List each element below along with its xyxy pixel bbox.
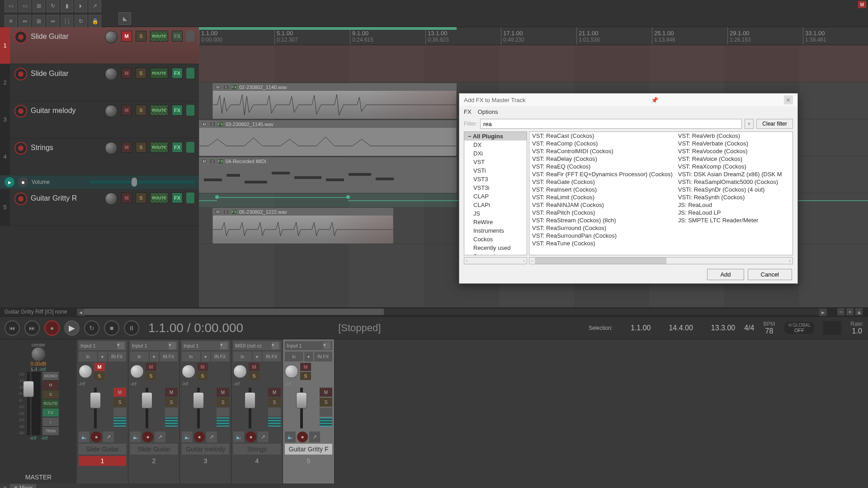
- master-s-button[interactable]: S: [42, 390, 59, 399]
- selection-length[interactable]: 13.3.00: [711, 324, 735, 332]
- in-fx-button[interactable]: IN FX: [314, 352, 333, 361]
- play-button[interactable]: ▶: [64, 320, 80, 336]
- plugin-list-item[interactable]: VST: ReaNINJAM (Cockos): [529, 201, 675, 209]
- strip-solo-button[interactable]: S: [249, 372, 259, 380]
- tree-item[interactable]: DXi: [464, 149, 527, 158]
- plugin-list-item[interactable]: VST: ReaFir (FFT EQ+Dynamics Processor) …: [529, 170, 675, 178]
- fx-bypass-button[interactable]: [186, 105, 194, 116]
- dialog-tree-scrollbar[interactable]: ‹› ‹›: [464, 257, 793, 264]
- strip-fader[interactable]: [182, 388, 215, 428]
- mixer-tab[interactable]: ✕ Mixer: [10, 484, 36, 488]
- toolbar-btn-2[interactable]: ▭: [19, 0, 31, 12]
- in-fx-button[interactable]: IN FX: [160, 352, 178, 361]
- strip-pan-knob[interactable]: [285, 365, 298, 378]
- strip-name[interactable]: Guitar melody: [182, 444, 229, 455]
- master-strip[interactable]: center 0.00dB L-I -inf -12--12--18--0--6…: [0, 339, 77, 483]
- solo-button[interactable]: S: [136, 68, 146, 79]
- route-button[interactable]: ROUTE: [150, 68, 168, 79]
- plugin-list-item[interactable]: VST: ReaStream (Cockos) (8ch): [529, 216, 675, 224]
- tree-item[interactable]: Recently used: [464, 244, 527, 252]
- pan-knob[interactable]: [105, 192, 118, 205]
- mixer-strip[interactable]: MIDI (not cc▾ in ▾ IN FX M S -inf M S: [231, 339, 283, 483]
- dialog-title-bar[interactable]: Add FX to Master Track 📌 ✕: [459, 94, 797, 106]
- in-dropdown-icon[interactable]: ▾: [150, 352, 159, 361]
- clip-mute-icon[interactable]: M: [201, 122, 208, 127]
- strip-solo-button[interactable]: S: [197, 372, 208, 380]
- strip-rec-button[interactable]: ●: [142, 432, 153, 442]
- audio-clip[interactable]: M i FX 05-230802_1222.wav: [212, 208, 393, 243]
- chevron-down-icon[interactable]: ▾: [220, 342, 227, 349]
- record-arm-button[interactable]: [14, 192, 27, 205]
- track-name[interactable]: Strings: [31, 142, 101, 152]
- mute-button[interactable]: M: [121, 192, 132, 203]
- plugin-list-item[interactable]: VST: ReaVoice (Cockos): [675, 155, 793, 163]
- fx-button[interactable]: FX: [172, 142, 183, 153]
- strip-mute-button[interactable]: M: [146, 363, 156, 371]
- tree-item[interactable]: CLAPi: [464, 201, 527, 209]
- toolbar-btn-5[interactable]: ▮: [61, 0, 73, 12]
- fx-bypass-button[interactable]: [186, 142, 194, 153]
- plugin-list-item[interactable]: VST: ReaDelay (Cockos): [529, 155, 675, 163]
- in-dropdown-icon[interactable]: ▾: [304, 352, 313, 361]
- tree-item[interactable]: − All Plugins: [464, 132, 527, 141]
- strip-pan-knob[interactable]: [233, 365, 247, 378]
- strip-speaker-icon[interactable]: 🔈: [130, 432, 141, 442]
- mixer-strip[interactable]: Input 1▾ in ▾ IN FX M S -inf M S: [128, 339, 180, 483]
- midi-clip[interactable]: M i FX 04-Recorded MIDI: [199, 157, 457, 192]
- dialog-pin-icon[interactable]: 📌: [650, 95, 659, 104]
- strip-rec-button[interactable]: ●: [297, 432, 308, 442]
- toolbar-btn-3[interactable]: ⊞: [33, 0, 45, 12]
- route-button[interactable]: ROUTE: [150, 31, 168, 42]
- plugin-list-item[interactable]: VST: ReaLimit (Cockos): [529, 193, 675, 201]
- plugin-list-item[interactable]: VSTi: ReaSynth (Cockos): [675, 193, 793, 201]
- input-select[interactable]: Input 1▾: [130, 341, 178, 350]
- tree-item[interactable]: − Categories: [464, 252, 527, 255]
- strip-solo2-button[interactable]: S: [217, 398, 229, 407]
- in-fx-button[interactable]: IN FX: [108, 352, 127, 361]
- clip-info-icon[interactable]: i: [223, 84, 229, 90]
- fx-button[interactable]: FX: [172, 105, 183, 116]
- mute-button[interactable]: M: [121, 68, 132, 79]
- horizontal-scrollbar[interactable]: ◂ ▸: [76, 309, 828, 315]
- fx-button[interactable]: FX: [172, 31, 183, 42]
- strip-name[interactable]: Strings: [233, 444, 281, 455]
- strip-mute2-button[interactable]: M: [217, 388, 229, 397]
- clip-mute-icon[interactable]: M: [215, 209, 221, 215]
- master-route-button[interactable]: ROUTE: [42, 399, 59, 408]
- menu-options[interactable]: Options: [478, 108, 498, 115]
- in-fx-button[interactable]: IN FX: [263, 352, 281, 361]
- clip-fx-icon[interactable]: FX: [231, 209, 237, 215]
- track-row-4[interactable]: 4 Strings M S ROUTE FX: [0, 138, 199, 175]
- mute-button[interactable]: M: [121, 31, 132, 42]
- strip-fader[interactable]: [285, 388, 318, 428]
- toolbar-btn-6[interactable]: ⏵: [75, 0, 87, 12]
- zoom-out-icon[interactable]: −: [837, 308, 844, 315]
- strip-mute2-button[interactable]: M: [268, 388, 281, 397]
- track-row-2[interactable]: 2 Slide Guitar M S ROUTE FX: [0, 64, 199, 101]
- plugin-list-item[interactable]: VST: ReaSurroundPan (Cockos): [529, 232, 675, 239]
- close-tab-icon[interactable]: ✕: [3, 485, 7, 488]
- clip-fx-icon[interactable]: FX: [231, 84, 237, 90]
- plugin-list-item[interactable]: JS: SMPTE LTC Reader/Meter: [675, 216, 793, 224]
- plugin-list-item[interactable]: VST: ReaTune (Cockos): [529, 239, 675, 247]
- plugin-list-item[interactable]: VST: ReaXcomp (Cockos): [675, 163, 793, 170]
- chevron-down-icon[interactable]: ▾: [323, 342, 330, 349]
- plugin-list-item[interactable]: JS: ReaLoud LP: [675, 209, 793, 216]
- strip-env-icon[interactable]: ↗: [103, 432, 114, 442]
- strip-name[interactable]: Slide Guitar: [130, 444, 178, 455]
- pause-button[interactable]: ⏸: [124, 320, 139, 336]
- strip-mute2-button[interactable]: M: [113, 388, 126, 397]
- track-name[interactable]: Guitar melody: [31, 105, 101, 115]
- plugin-category-tree[interactable]: − All PluginsDXDXiVSTVSTiVST3VST3iCLAPCL…: [464, 131, 527, 255]
- grid-btn-2[interactable]: ⇔: [19, 15, 31, 28]
- strip-fader[interactable]: [79, 388, 112, 428]
- plugin-list-item[interactable]: VST: ReaInsert (Cockos): [529, 186, 675, 193]
- tree-item[interactable]: VST3: [464, 175, 527, 183]
- pan-knob[interactable]: [105, 31, 118, 43]
- clear-filter-button[interactable]: Clear filter: [756, 119, 793, 129]
- plugin-list-item[interactable]: VST: ReaSurround (Cockos): [529, 224, 675, 232]
- pan-knob[interactable]: [105, 68, 118, 80]
- mixer-strip[interactable]: Input 1▾ in ▾ IN FX M S -inf M S: [180, 339, 231, 483]
- clip-info-icon[interactable]: i: [209, 159, 216, 164]
- mixer-strip[interactable]: Input 1▾ in ▾ IN FX M S -inf M S: [77, 339, 128, 483]
